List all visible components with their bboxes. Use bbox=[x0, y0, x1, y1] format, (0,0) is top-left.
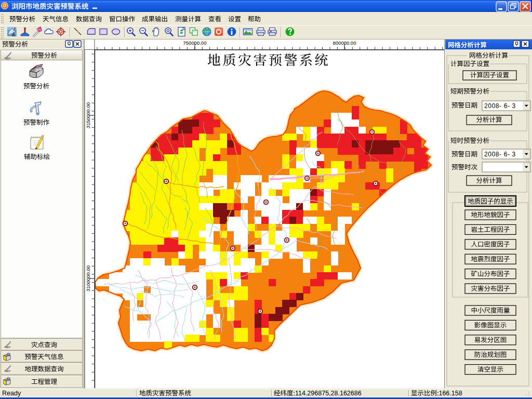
svg-text:Ready: Ready bbox=[2, 390, 21, 397]
svg-text:3150000.00: 3150000.00 bbox=[85, 102, 91, 128]
svg-text:800000.00: 800000.00 bbox=[333, 40, 356, 46]
svg-text:166.158: 166.158 bbox=[438, 390, 462, 397]
svg-text:3100000.00: 3100000.00 bbox=[85, 265, 91, 291]
svg-text:750000.00: 750000.00 bbox=[183, 40, 207, 46]
svg-text:114.296875,28.162686: 114.296875,28.162686 bbox=[295, 390, 362, 397]
svg-text:2008- 6- 3: 2008- 6- 3 bbox=[484, 151, 516, 158]
svg-text:2008- 6- 3: 2008- 6- 3 bbox=[484, 102, 516, 110]
